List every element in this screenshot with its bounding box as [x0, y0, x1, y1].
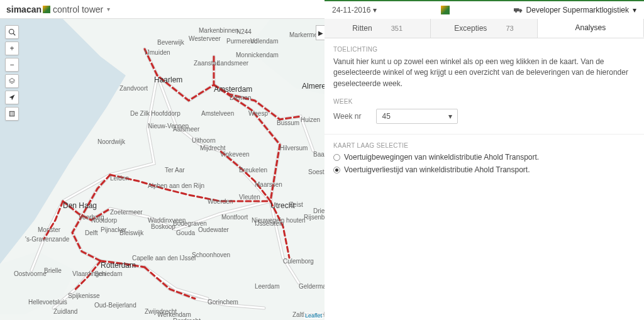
- map-icon: [8, 110, 16, 118]
- chevron-down-icon: ▾: [633, 6, 636, 14]
- kaartlaag-radio-group: Voertuigbewegingen van winkeldistributie…: [333, 153, 635, 174]
- radio-label: Voertuigverliestijd van winkeldistributi…: [344, 165, 530, 174]
- week-label: Week nr: [333, 112, 361, 121]
- tab-label: Ritten: [352, 24, 372, 33]
- svg-rect-4: [9, 111, 14, 116]
- svg-marker-2: [9, 79, 15, 82]
- user-name: Developer Supermarktlogistiek: [526, 6, 629, 14]
- svg-rect-8: [514, 8, 519, 11]
- radio-label: Voertuigbewegingen van winkeldistributie…: [344, 153, 539, 162]
- right-header: 24-11-2016 ▾ Developer Supermarktlogisti…: [325, 1, 644, 19]
- toelichting-title: TOELICHTING: [333, 46, 635, 53]
- tab-analyses[interactable]: Analyses: [538, 19, 644, 38]
- locate-icon: [8, 94, 16, 101]
- plus-icon: +: [9, 44, 14, 53]
- chevron-right-icon: ▶: [318, 30, 323, 36]
- map-toolbar: + −: [5, 25, 19, 122]
- tab-excepties[interactable]: Excepties73: [431, 19, 537, 38]
- layers-icon: [8, 77, 16, 85]
- date-value: 24-11-2016: [332, 6, 370, 14]
- tab-label: Analyses: [575, 23, 606, 32]
- chevron-down-icon: ▾: [373, 6, 377, 14]
- tab-label: Excepties: [454, 24, 487, 33]
- toelichting-text: Vanuit hier kunt u op zowel een winkel a…: [333, 57, 635, 89]
- week-select[interactable]: 45 ▾: [376, 109, 458, 124]
- truck-icon: [514, 7, 523, 13]
- svg-point-0: [9, 30, 14, 35]
- svg-marker-3: [9, 95, 15, 101]
- zoom-out-button[interactable]: −: [5, 58, 19, 72]
- svg-line-1: [13, 33, 15, 35]
- radio-icon: [333, 154, 340, 161]
- map-svg: [0, 19, 325, 320]
- chevron-down-icon[interactable]: ▾: [107, 6, 110, 13]
- brand-cube-icon: [441, 6, 450, 14]
- radio-icon: [333, 167, 340, 174]
- user-picker[interactable]: Developer Supermarktlogistiek ▾: [514, 6, 636, 14]
- brand-name: simacan: [6, 4, 42, 14]
- panel-collapse-button[interactable]: ▶: [316, 25, 325, 40]
- product-name: control tower: [53, 4, 103, 14]
- week-section-title: WEEK: [333, 98, 635, 105]
- zoom-in-button[interactable]: +: [5, 41, 19, 55]
- map-attribution: Leaflet: [304, 312, 323, 319]
- map-canvas[interactable]: AmsterdamHaarlemAlmereUtrechtRotterdamDe…: [0, 19, 325, 320]
- tabs: Ritten351Excepties73Analyses: [325, 19, 644, 38]
- search-button[interactable]: [5, 25, 19, 39]
- week-value: 45: [382, 112, 390, 121]
- map-mode-button[interactable]: [5, 107, 19, 121]
- chevron-down-icon: ▾: [448, 112, 452, 121]
- minus-icon: −: [9, 60, 14, 69]
- analysis-panel: TOELICHTING Vanuit hier kunt u op zowel …: [325, 38, 644, 185]
- search-icon: [8, 28, 16, 36]
- brand-cube-icon: [43, 6, 50, 13]
- divider: [325, 134, 644, 135]
- kaartlaag-option[interactable]: Voertuigbewegingen van winkeldistributie…: [333, 153, 635, 162]
- kaartlaag-title: KAART LAAG SELECTIE: [333, 142, 635, 149]
- locate-button[interactable]: [5, 91, 19, 104]
- app-header: simacan control tower ▾: [0, 0, 325, 19]
- date-picker[interactable]: 24-11-2016 ▾: [332, 6, 377, 14]
- tab-count: 351: [391, 25, 402, 32]
- svg-point-10: [519, 11, 521, 13]
- tab-count: 73: [506, 25, 513, 32]
- svg-point-9: [515, 11, 517, 13]
- tab-ritten[interactable]: Ritten351: [325, 19, 431, 38]
- layers-button[interactable]: [5, 74, 19, 88]
- kaartlaag-option[interactable]: Voertuigverliestijd van winkeldistributi…: [333, 165, 635, 174]
